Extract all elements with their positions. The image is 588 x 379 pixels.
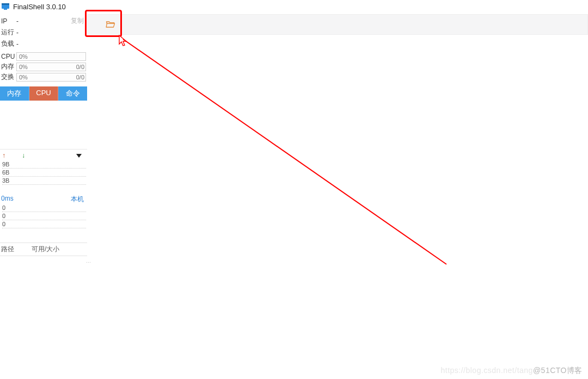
main-toolbar (87, 14, 588, 35)
cpu-bar: 0% (16, 52, 86, 61)
svg-rect-2 (4, 9, 7, 10)
list-item: 3B (2, 177, 86, 185)
ping-ms: 0ms (1, 195, 14, 204)
swap-right: 0/0 (76, 74, 84, 80)
app-icon (1, 2, 10, 11)
run-label: 运行 (1, 28, 16, 37)
swap-pct: 0% (19, 74, 28, 80)
mem-pct: 0% (19, 64, 28, 70)
tab-cpu[interactable]: CPU (29, 86, 59, 101)
disk-col-size: 可用/大小 (32, 245, 86, 254)
svg-line-3 (123, 39, 446, 264)
ping-ticks: 0 0 0 (0, 204, 87, 232)
mem-right: 0/0 (76, 64, 84, 70)
arrow-down-icon: ↓ (22, 152, 25, 159)
run-value: - (16, 29, 86, 36)
open-folder-button[interactable] (103, 18, 118, 31)
disk-col-path: 路径 (1, 245, 32, 254)
list-item: 0 (2, 204, 86, 212)
info-row-load: 负载 - (0, 38, 87, 49)
list-item: 9B (2, 160, 86, 169)
titlebar: FinalShell 3.0.10 (0, 0, 588, 14)
cpu-label: CPU (1, 53, 16, 60)
ip-value: - (16, 17, 71, 25)
main-area (87, 14, 588, 379)
ping-header: 0ms 本机 (0, 194, 87, 204)
mem-label: 内存 (1, 62, 16, 71)
net-rate-row: ↑ ↓ (0, 150, 87, 160)
sidebar-tabs: 内存 CPU 命令 (0, 86, 87, 101)
folder-open-icon (104, 19, 117, 30)
meter-swap: 交换 0% 0/0 (0, 72, 87, 82)
annotation-arrow (120, 36, 457, 275)
arrow-up-icon: ↑ (2, 152, 5, 159)
meter-mem: 内存 0% 0/0 (0, 61, 87, 72)
net-ticks: 9B 6B 3B (0, 160, 87, 188)
svg-rect-1 (2, 3, 9, 5)
mem-bar: 0% 0/0 (16, 63, 86, 71)
cursor-icon (119, 35, 128, 47)
swap-bar: 0% 0/0 (16, 73, 86, 82)
load-label: 负载 (1, 39, 16, 48)
meter-cpu: CPU 0% (0, 52, 87, 61)
tab-cmd[interactable]: 命令 (58, 86, 87, 101)
ping-host-button[interactable]: 本机 (71, 195, 85, 204)
graph-area (0, 101, 87, 150)
swap-label: 交换 (1, 72, 16, 82)
tab-mem[interactable]: 内存 (0, 86, 29, 101)
info-row-run: 运行 - (0, 27, 87, 38)
list-item: 0 (2, 212, 86, 220)
copy-button[interactable]: 复制 (71, 16, 86, 26)
load-value: - (16, 40, 86, 48)
info-row-ip: IP - 复制 (0, 15, 87, 27)
ip-label: IP (1, 17, 16, 25)
cpu-pct: 0% (19, 53, 28, 60)
disk-header: 路径 可用/大小 (0, 243, 87, 256)
resize-handle-icon[interactable]: ⋮ (85, 260, 91, 264)
app-title: FinalShell 3.0.10 (13, 3, 66, 11)
sidebar: IP - 复制 运行 - 负载 - CPU 0% 内存 0% 0/0 (0, 14, 87, 379)
dropdown-icon[interactable] (76, 154, 82, 158)
list-item: 6B (2, 169, 86, 177)
list-item: 0 (2, 220, 86, 228)
